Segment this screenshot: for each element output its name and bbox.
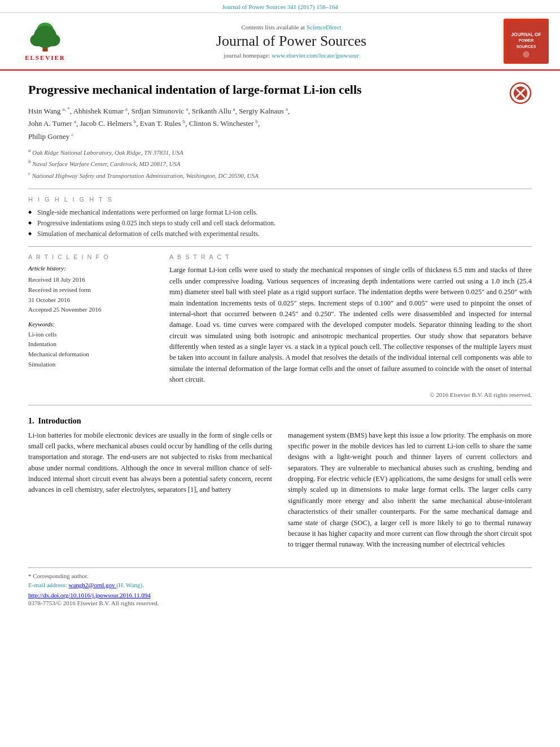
sciencedirect-link[interactable]: ScienceDirect — [307, 24, 342, 30]
highlights-section: H I G H L I G H T S Single-side mechanic… — [28, 196, 532, 240]
article-footer: * Corresponding author. E-mail address: … — [28, 567, 532, 606]
author-5: Sergiy Kalnaus a, — [239, 107, 290, 115]
elsevier-logo-area: ELSEVIER — [11, 19, 79, 64]
author-2: Abhishek Kumar a, — [73, 107, 132, 115]
history-label: Article history: — [28, 265, 152, 272]
journal-cover-icon: JOURNAL OF POWER SOURCES — [506, 21, 546, 61]
svg-point-5 — [35, 25, 56, 44]
abstract-col: A B S T R A C T Large format Li-ion cell… — [169, 254, 532, 397]
author-8: Evan T. Rules b, — [140, 119, 189, 128]
keyword-2: Indentation — [28, 339, 152, 350]
journal-header-center: Contents lists available at ScienceDirec… — [79, 24, 504, 59]
affil-a: a Oak Ridge National Laboratory, Oak Rid… — [28, 146, 532, 158]
doi-link[interactable]: http://dx.doi.org/10.1016/j.jpowsour.201… — [28, 592, 151, 599]
author-9: Clinton S. Winchester b, — [189, 119, 260, 128]
highlights-label: H I G H L I G H T S — [28, 196, 532, 203]
footer-email-line: E-mail address: wangh2@ornl.gov (H. Wang… — [28, 582, 532, 588]
contents-line: Contents lists available at ScienceDirec… — [79, 24, 504, 30]
affil-c: c National Highway Safety and Transporta… — [28, 169, 532, 181]
highlight-3: Simulation of mechanical deformation of … — [28, 229, 532, 239]
footer-doi: http://dx.doi.org/10.1016/j.jpowsour.201… — [28, 592, 532, 599]
introduction-section: 1. Introduction Li-ion batteries for mob… — [28, 417, 532, 551]
abstract-text: Large format Li-ion cells were used to s… — [169, 265, 532, 385]
author-7: Jacob C. Helmers b, — [80, 119, 139, 128]
intro-text-right: management system (BMS) have kept this i… — [288, 430, 532, 551]
elsevier-tree-icon — [20, 22, 71, 53]
keywords-label: Keywords: — [28, 321, 152, 327]
journal-icon: JOURNAL OF POWER SOURCES — [504, 19, 549, 64]
author-4: Srikanth Allu a, — [192, 107, 239, 115]
history-item-4: Accepted 25 November 2016 — [28, 305, 152, 315]
crossmark-icon[interactable] — [509, 82, 532, 104]
article-info-col: A R T I C L E I N F O Article history: R… — [28, 254, 152, 397]
author-10: Philip Gorney c — [28, 132, 74, 141]
svg-text:JOURNAL OF: JOURNAL OF — [511, 32, 541, 37]
intro-title: 1. Introduction — [28, 417, 532, 426]
abstract-label: A B S T R A C T — [169, 254, 532, 260]
citation-bar: Journal of Power Sources 341 (2017) 156–… — [0, 0, 560, 13]
elsevier-label: ELSEVIER — [25, 54, 65, 61]
keyword-1: Li-ion cells — [28, 330, 152, 340]
divider-1 — [28, 189, 532, 189]
copyright: © 2016 Elsevier B.V. All rights reserved… — [169, 391, 532, 398]
email-link[interactable]: wangh2@ornl.gov — [68, 582, 116, 588]
divider-2 — [28, 246, 532, 247]
elsevier-logo: ELSEVIER — [20, 22, 71, 61]
corresponding-note: * Corresponding author. — [28, 573, 532, 579]
intro-col-left: Li-ion batteries for mobile electronic d… — [28, 430, 272, 551]
history-item-2: Received in revised form — [28, 285, 152, 295]
journal-homepage: journal homepage: www.elsevier.com/locat… — [79, 52, 504, 59]
info-abstract-cols: A R T I C L E I N F O Article history: R… — [28, 254, 532, 397]
journal-header: ELSEVIER Contents lists available at Sci… — [0, 13, 560, 71]
affil-b: b Naval Surface Warfare Center, Carderoc… — [28, 158, 532, 169]
journal-title: Journal of Power Sources — [79, 33, 504, 50]
keyword-3: Mechanical deformation — [28, 350, 152, 360]
title-row: Progressive mechanical indentation of la… — [28, 82, 532, 105]
author-1: Hsin Wang a, *, — [28, 107, 73, 115]
author-6: John A. Turner a, — [28, 119, 80, 128]
authors-list: Hsin Wang a, *, Abhishek Kumar a, Srdjan… — [28, 105, 532, 143]
author-3: Srdjan Simunovic a, — [132, 107, 192, 115]
history-item-1: Received 18 July 2016 — [28, 275, 152, 285]
divider-3 — [28, 405, 532, 405]
affiliations: a Oak Ridge National Laboratory, Oak Rid… — [28, 146, 532, 181]
intro-body-cols: Li-ion batteries for mobile electronic d… — [28, 430, 532, 551]
journal-url[interactable]: www.elsevier.com/locate/jpowsour — [272, 52, 358, 59]
citation-text: Journal of Power Sources 341 (2017) 156–… — [222, 3, 338, 10]
highlight-1: Single-side mechanical indentations were… — [28, 207, 532, 218]
main-content: Progressive mechanical indentation of la… — [0, 71, 560, 618]
svg-text:POWER: POWER — [519, 38, 533, 42]
svg-point-10 — [523, 51, 530, 58]
svg-text:SOURCES: SOURCES — [517, 45, 536, 49]
article-info-label: A R T I C L E I N F O — [28, 254, 152, 260]
footer-issn: 0378-7753/© 2016 Elsevier B.V. All right… — [28, 600, 532, 606]
article-title: Progressive mechanical indentation of la… — [28, 82, 362, 98]
highlight-2: Progressive indentations using 0.025 inc… — [28, 218, 532, 229]
history-item-3: 31 October 2016 — [28, 295, 152, 305]
intro-col-right: management system (BMS) have kept this i… — [288, 430, 532, 551]
intro-text-left: Li-ion batteries for mobile electronic d… — [28, 430, 272, 496]
keyword-4: Simulation — [28, 360, 152, 370]
